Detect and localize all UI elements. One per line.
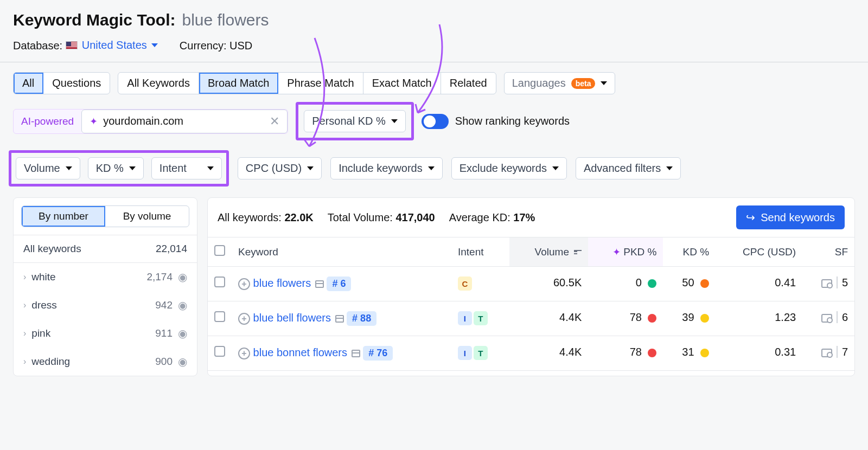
keyword-group[interactable]: ›white2,174◉ [14,263,197,291]
pkd-highlight: Personal KD % [296,102,414,140]
intent-badge-i: I [458,346,472,360]
all-keywords-summary[interactable]: All keywords 22,014 [14,235,197,263]
col-kd[interactable]: KD % [663,237,716,267]
chevron-down-icon [129,166,136,170]
cell-cpc: 1.23 [716,301,802,336]
serp-snapshot-icon[interactable] [352,350,360,357]
col-cpc[interactable]: CPC (USD) [716,237,802,267]
page-header: Keyword Magic Tool: blue flowers Databas… [0,0,868,62]
personal-kd-dropdown[interactable]: Personal KD % [304,110,406,132]
languages-dropdown[interactable]: Languages beta [504,72,616,94]
cell-volume: 60.5K [509,267,588,301]
add-icon[interactable]: + [238,313,250,325]
tab-by-volume[interactable]: By volume [105,206,189,227]
add-icon[interactable]: + [238,278,250,290]
keyword-group[interactable]: ›pink911◉ [14,319,197,348]
total-volume-label: Total Volume: [328,211,393,223]
eye-icon[interactable]: ◉ [178,327,187,340]
eye-icon[interactable]: ◉ [178,355,187,368]
divider [0,62,868,62]
volume-filter[interactable]: Volume [16,157,80,179]
all-keywords-label: All keywords: [218,211,282,223]
eye-icon[interactable]: ◉ [178,271,187,284]
chevron-down-icon [151,43,158,47]
send-keywords-button[interactable]: ↪ Send keywords [736,205,845,229]
col-volume[interactable]: Volume [509,237,588,267]
currency-label: Currency: [180,40,227,52]
serp-snapshot-icon[interactable] [315,280,324,288]
cell-cpc: 0.31 [716,336,802,371]
type-segment: All Questions [13,72,110,94]
cell-pkd: 0 [588,267,663,301]
cpc-filter[interactable]: CPC (USD) [238,157,322,179]
group-name: dress [31,299,56,311]
cell-pkd: 78 [588,336,663,371]
group-name: white [31,271,55,283]
col-pkd[interactable]: ✦ PKD % [588,237,663,267]
difficulty-dot [648,279,656,288]
tab-questions[interactable]: Questions [43,73,110,94]
row-checkbox[interactable] [214,277,225,287]
tab-by-number[interactable]: By number [22,206,105,227]
database-select[interactable]: United States [66,39,158,52]
group-name: pink [31,327,50,339]
domain-input[interactable]: ✦ yourdomain.com ✕ [81,110,288,133]
serp-features-icon[interactable] [821,279,832,288]
row-checkbox[interactable] [214,311,225,322]
exclude-keywords-filter[interactable]: Exclude keywords [451,157,567,179]
chevron-down-icon [601,81,607,85]
sparkle-icon: ✦ [90,115,98,127]
intent-filter[interactable]: Intent [151,157,222,179]
tab-exact-match[interactable]: Exact Match [363,73,441,94]
cell-sf: 6 [802,301,854,336]
include-keywords-filter[interactable]: Include keywords [330,157,443,179]
switch-on-icon[interactable] [422,114,449,129]
add-icon[interactable]: + [238,348,250,359]
col-keyword[interactable]: Keyword [232,237,451,267]
caret-right-icon: › [23,300,26,310]
tab-all-keywords[interactable]: All Keywords [118,73,199,94]
select-all-checkbox[interactable] [214,245,225,256]
database-label: Database: [13,40,62,52]
caret-right-icon: › [23,272,26,282]
cell-kd: 50 [663,267,716,301]
sort-segment: By number By volume [21,205,189,227]
eye-icon[interactable]: ◉ [178,299,187,312]
chevron-down-icon [552,166,559,170]
show-ranking-toggle[interactable]: Show ranking keywords [422,114,570,129]
cell-volume: 4.4K [509,336,588,371]
keyword-group[interactable]: ›wedding900◉ [14,348,197,376]
rank-badge: # 6 [327,277,351,291]
tool-name: Keyword Magic Tool: [13,11,175,29]
kd-filter[interactable]: KD % [88,157,144,179]
avg-kd-value: 17% [513,211,535,223]
serp-snapshot-icon[interactable] [335,315,344,323]
cell-cpc: 0.41 [716,267,802,301]
intent-badge-c: C [458,277,472,291]
row-checkbox[interactable] [214,346,225,357]
cell-kd: 39 [663,301,716,336]
difficulty-dot [700,279,709,288]
keyword-group[interactable]: ›dress942◉ [14,291,197,319]
col-intent[interactable]: Intent [451,237,509,267]
chevron-down-icon [307,166,314,170]
tab-broad-match[interactable]: Broad Match [199,73,278,94]
col-sf[interactable]: SF [802,237,854,267]
chevron-down-icon [207,166,214,170]
group-count: 900 [155,356,173,368]
tab-phrase-match[interactable]: Phrase Match [278,73,363,94]
keyword-link[interactable]: blue bell flowers [253,312,331,324]
clear-domain-button[interactable]: ✕ [270,114,279,128]
us-flag-icon [66,41,78,49]
difficulty-dot [648,349,656,357]
serp-features-icon[interactable] [821,349,832,357]
advanced-filters[interactable]: Advanced filters [576,157,681,179]
table-row: + blue bell flowers # 88IT4.4K78 39 1.23… [208,301,854,336]
cell-sf: 7 [802,336,854,371]
serp-features-icon[interactable] [821,314,832,323]
keyword-link[interactable]: blue bonnet flowers [253,346,347,358]
keyword-link[interactable]: blue flowers [253,277,311,289]
tab-related[interactable]: Related [441,73,496,94]
sidebar: By number By volume All keywords 22,014 … [13,197,197,376]
tab-all[interactable]: All [14,73,43,94]
